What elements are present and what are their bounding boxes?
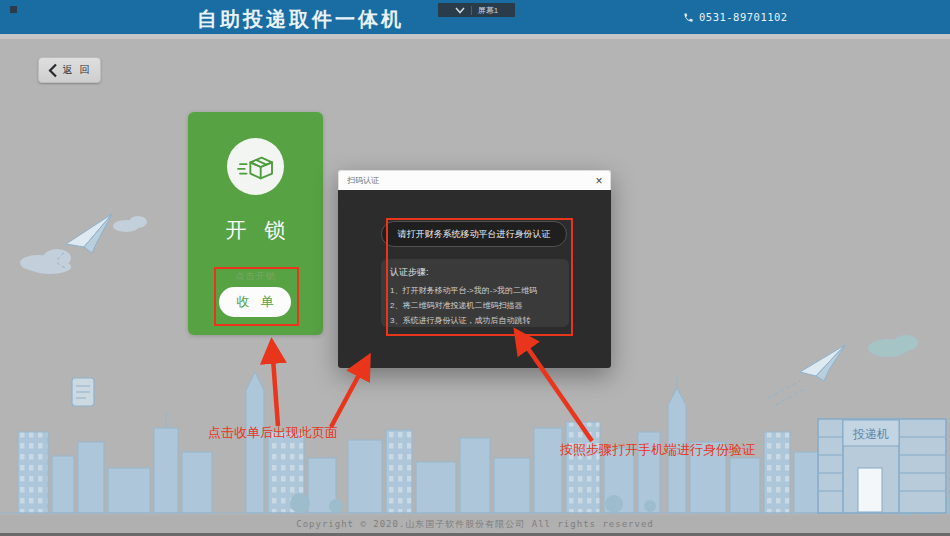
unlock-card[interactable]: 开 锁 点击开锁 收 单	[188, 112, 323, 335]
annotation-note-right: 按照步骤打开手机端进行身份验证	[560, 441, 755, 459]
delivery-machine-illustration: 投递机	[818, 419, 946, 513]
card-icon-circle	[227, 138, 284, 195]
footer: Copyright © 2020.山东国子软件股份有限公司 All rights…	[0, 515, 950, 533]
card-title: 开 锁	[188, 216, 323, 244]
corner-artifact	[10, 6, 17, 13]
phone-icon	[683, 12, 694, 23]
divider	[471, 6, 472, 15]
screen-selector[interactable]: 屏幕1	[438, 3, 515, 17]
notepad-icon	[72, 378, 94, 406]
back-button[interactable]: 返 回	[38, 57, 101, 83]
paper-airplane-icon	[768, 345, 845, 405]
header: 自助投递取件一体机 屏幕1 0531-89701102	[0, 0, 950, 34]
chevron-down-icon	[455, 7, 465, 14]
back-button-label: 返 回	[63, 63, 92, 77]
package-icon	[237, 151, 275, 183]
card-hint: 点击开锁	[188, 270, 323, 283]
modal-titlebar: 扫码认证 ×	[338, 170, 611, 190]
auth-prompt-button[interactable]: 请打开财务系统移动平台进行身份认证	[381, 221, 567, 247]
copyright-text: Copyright © 2020.山东国子软件股份有限公司 All rights…	[296, 518, 653, 531]
skyline	[0, 372, 950, 513]
step-item: 1、打开财务移动平台->我的->我的二维码	[390, 283, 560, 298]
machine-label: 投递机	[852, 427, 889, 441]
scan-auth-modal: 扫码认证 × 请打开财务系统移动平台进行身份认证 认证步骤: 1、打开财务移动平…	[338, 170, 611, 368]
step-item: 3、系统进行身份认证，成功后自动跳转	[390, 313, 560, 328]
receive-order-button[interactable]: 收 单	[219, 287, 291, 317]
kiosk-screen: 投递机 自助投递取件一体机 屏幕1 0531-89701102 返 回	[0, 0, 950, 536]
step-item: 2、将二维码对准投递机二维码扫描器	[390, 298, 560, 313]
hotline-number: 0531-89701102	[699, 11, 788, 23]
modal-title: 扫码认证	[339, 175, 588, 186]
header-divider	[0, 34, 950, 39]
close-icon[interactable]: ×	[588, 171, 610, 191]
modal-body: 请打开财务系统移动平台进行身份认证 认证步骤: 1、打开财务移动平台->我的->…	[338, 190, 611, 368]
page-title: 自助投递取件一体机	[197, 6, 404, 33]
hotline: 0531-89701102	[683, 11, 788, 23]
screen-selector-label: 屏幕1	[478, 5, 498, 16]
auth-steps-panel: 认证步骤: 1、打开财务移动平台->我的->我的二维码 2、将二维码对准投递机二…	[381, 259, 569, 327]
steps-title: 认证步骤:	[390, 266, 560, 279]
cloud-icon	[868, 335, 918, 357]
annotation-note-left: 点击收单后出现此页面	[208, 424, 338, 442]
chevron-left-icon	[48, 63, 57, 78]
